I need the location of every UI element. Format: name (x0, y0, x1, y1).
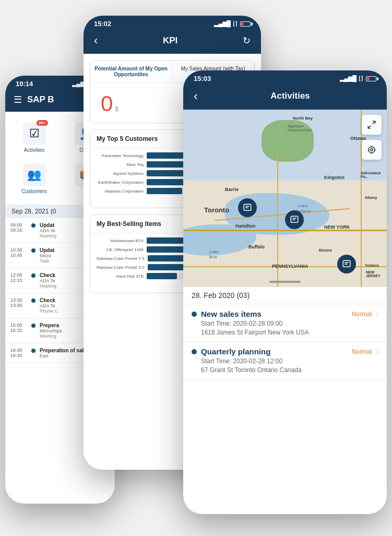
map-pin-2[interactable] (337, 255, 356, 273)
activity-title-1: Quarterly planning (201, 347, 348, 356)
signal-icon: ▂▄▆ (72, 80, 85, 87)
activity-dot (31, 299, 35, 303)
activity-badge-1: Normal (352, 348, 372, 355)
activities-status-icons: ▂▄▆█ ⌊⌉ (340, 75, 376, 82)
activities-label: Activities (24, 147, 44, 153)
kpi-status-icons: ▂▄▆█ ⌊⌉ (214, 20, 251, 27)
label-elmira: Elmira (319, 248, 331, 253)
label-albany: Albany (365, 196, 377, 199)
item-bar-label-1: J.B. Officeprint 1186 (97, 247, 144, 252)
activities-time: 15:03 (194, 75, 211, 82)
activities-status-bar: 15:03 ▂▄▆█ ⌊⌉ (183, 70, 387, 85)
activities-back-button[interactable]: ‹ (194, 89, 198, 103)
map-pin-0[interactable] (238, 198, 257, 217)
svg-line-10 (368, 126, 371, 128)
bar-label-4: Mashina Corporation (97, 189, 144, 194)
kpi-status-bar: 15:02 ▂▄▆█ ⌊⌉ (84, 16, 261, 30)
label-kingston: Kingston (324, 175, 345, 180)
activity-dot (31, 273, 35, 278)
activities-page-title: Activities (204, 91, 376, 101)
bar-label-3: Earthshaker Corporation (97, 180, 144, 185)
kpi-battery-icon (240, 21, 251, 27)
activity-dot (31, 223, 35, 228)
item-bar-label-2: Rainbow Color Printer 7.5 (97, 256, 145, 261)
label-reading: Reading (335, 286, 351, 287)
kpi-time: 15:02 (94, 20, 111, 28)
svg-point-11 (371, 149, 373, 151)
item-bar-label-0: Motherboard BTX (97, 239, 144, 243)
activities-header: ‹ Activities (183, 85, 387, 110)
kpi-header: ‹ KPI ↻ (84, 30, 261, 54)
kpi-title: KPI (163, 35, 177, 46)
activity-chevron-1: › (376, 348, 378, 356)
bar-label-1: Maxi-Teq (97, 162, 144, 167)
activities-date-bar: 28. Feb 2020 (03) (183, 287, 387, 304)
label-barrie: Barrie (225, 187, 239, 192)
label-new-jersey: NEW JERSEY (366, 270, 387, 278)
item-bar-label-3: Rainbow Color Printer 5.0 (97, 265, 145, 270)
activity-address-0: 1618 James St Fairport New York USA (201, 329, 378, 336)
kpi-tab-open-opportunities[interactable]: Potential Amount of My Open Opportunitie… (90, 61, 172, 82)
activities-icon-box: ☑ 99+ (23, 122, 46, 145)
activity-dot-0 (192, 312, 197, 317)
lake-erie (183, 224, 256, 256)
label-new-york: NEW YORK (324, 224, 350, 230)
map-scroll-indicator (269, 281, 301, 283)
sap-time: 10:14 (16, 80, 33, 88)
activities-icon: ☑ (29, 127, 40, 140)
label-yonkers: Yonkers (365, 264, 379, 267)
activity-dot-1 (192, 349, 197, 354)
customers-label: Customers (21, 188, 46, 194)
activity-start-time-0: Start Time: 2020-02-28 09:00 (201, 320, 378, 327)
activity-badge-0: Normal (352, 311, 372, 318)
label-altoona: Altoona (295, 286, 311, 287)
label-hamilton: Hamilton (235, 223, 256, 229)
act-battery-icon (366, 76, 376, 81)
item-bar-label-4: Hard Disk 3TB (97, 274, 144, 279)
kpi-big-value: 0 (101, 91, 113, 116)
svg-point-12 (369, 147, 375, 153)
sap-header-title: SAP B (27, 94, 54, 105)
activity-dot (31, 349, 35, 353)
phone-activities: 15:03 ▂▄▆█ ⌊⌉ ‹ Activities North Bay (183, 70, 387, 514)
label-algonquin: AlgonquinProvincial Park (288, 124, 312, 133)
activity-address-1: 67 Grant St Toronto Ontario Canada (201, 366, 378, 374)
activity-item-0[interactable]: New sales items Normal › Start Time: 202… (183, 304, 387, 342)
sap-activities-icon[interactable]: ☑ 99+ Activities (9, 118, 59, 157)
customers-icon: 👥 (27, 168, 41, 182)
map-pin-1[interactable] (285, 210, 304, 229)
road-h-2 (183, 230, 387, 231)
map-background: North Bay Ottawa AlgonquinProvincial Par… (183, 110, 387, 287)
activity-item-1[interactable]: Quarterly planning Normal › Start Time: … (183, 342, 387, 379)
label-pennsylvania: PENNSYLVANIA (272, 264, 308, 269)
kpi-currency: $ (115, 105, 118, 113)
kpi-refresh-button[interactable]: ↻ (243, 35, 251, 46)
activity-title-0: New sales items (201, 309, 348, 318)
hamburger-icon[interactable]: ☰ (14, 94, 22, 105)
act-signal-icon: ▂▄▆█ (340, 75, 357, 82)
customers-icon-box: 👥 (23, 163, 46, 186)
bar-label-2: Aquent Systems (97, 171, 144, 176)
map-container[interactable]: North Bay Ottawa AlgonquinProvincial Par… (183, 110, 387, 287)
label-toronto: Toronto (204, 206, 229, 214)
kpi-wifi-icon: ⌊⌉ (233, 20, 237, 27)
sap-customers-icon[interactable]: 👥 Customers (9, 159, 59, 198)
map-expand-button[interactable] (362, 115, 382, 135)
activity-dot (31, 324, 35, 328)
activity-chevron-0: › (376, 310, 378, 318)
activity-start-time-1: Start Time: 2020-02-28 12:00 (201, 358, 378, 365)
kpi-back-button[interactable]: ‹ (94, 34, 98, 47)
activities-badge: 99+ (37, 120, 48, 126)
label-pittsburgh: Pittsburgh (251, 286, 272, 287)
label-adirondack: Adirondack Pa... (361, 171, 387, 178)
label-buffalo: Buffalo (248, 244, 265, 249)
label-lake-erie: LakeErie (209, 249, 219, 259)
bar-label-0: Parameter Technology (97, 153, 144, 158)
bar-fill-4 (147, 188, 182, 194)
svg-line-9 (373, 121, 375, 124)
act-wifi-icon: ⌊⌉ (359, 75, 363, 82)
activity-dot (31, 248, 35, 253)
item-bar-fill-4 (147, 273, 177, 279)
label-north-bay: North Bay (293, 116, 313, 121)
map-locate-button[interactable] (362, 140, 382, 160)
